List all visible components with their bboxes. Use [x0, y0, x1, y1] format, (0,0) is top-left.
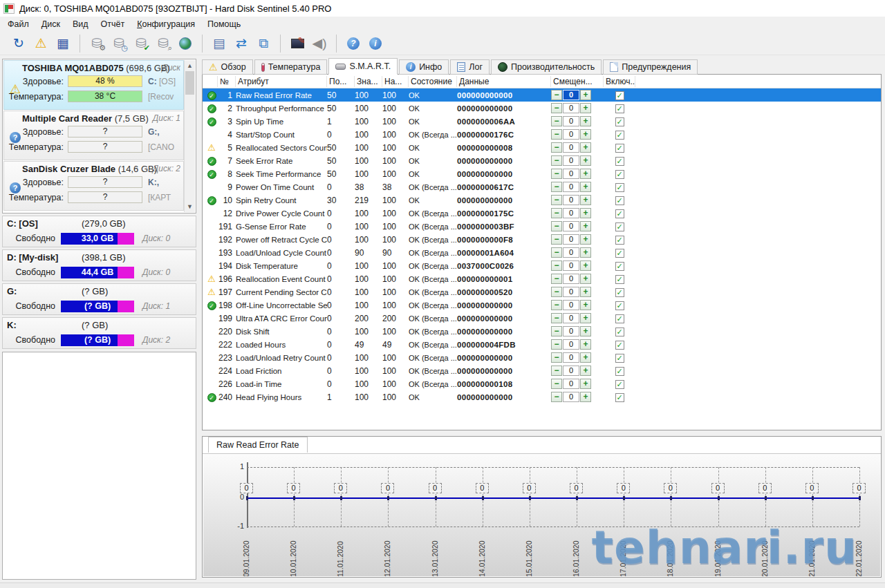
- offset-increase-button[interactable]: +: [580, 379, 591, 389]
- table-row[interactable]: 220Disk Shift0100100OK (Всегда ...000000…: [203, 325, 881, 338]
- offset-increase-button[interactable]: +: [580, 300, 591, 310]
- offset-value[interactable]: 0: [563, 90, 579, 100]
- tab-температура[interactable]: Температура: [254, 59, 328, 75]
- enabled-checkbox[interactable]: ✓: [615, 367, 624, 376]
- offset-increase-button[interactable]: +: [580, 195, 591, 205]
- offset-increase-button[interactable]: +: [580, 234, 591, 245]
- remote-control-icon[interactable]: ✎: [286, 34, 308, 53]
- column-header[interactable]: По...: [327, 76, 355, 87]
- offset-decrease-button[interactable]: −: [551, 116, 562, 126]
- offset-value[interactable]: 0: [563, 300, 579, 310]
- offset-decrease-button[interactable]: −: [551, 142, 562, 153]
- offset-decrease-button[interactable]: −: [551, 352, 562, 363]
- menu-item-помощь[interactable]: Помощь: [201, 17, 247, 31]
- table-row[interactable]: 199Ultra ATA CRC Error Count0200200OK (В…: [203, 312, 881, 325]
- partition-card[interactable]: C: [OS](279,0 GB)Свободно33,0 GBДиск: 0: [2, 216, 196, 247]
- enabled-checkbox[interactable]: ✓: [615, 262, 624, 271]
- enabled-checkbox[interactable]: ✓: [615, 288, 624, 297]
- offset-increase-button[interactable]: +: [580, 339, 591, 350]
- scroll-up-icon[interactable]: ▲: [185, 60, 195, 71]
- offset-decrease-button[interactable]: −: [551, 129, 562, 140]
- table-row[interactable]: 193Load/Unload Cycle Count09090OK (Всегд…: [203, 246, 881, 259]
- tab-предупреждения[interactable]: Предупреждения: [603, 59, 698, 75]
- offset-value[interactable]: 0: [563, 247, 579, 258]
- offset-value[interactable]: 0: [563, 155, 579, 166]
- offset-increase-button[interactable]: +: [580, 103, 591, 113]
- offset-value[interactable]: 0: [563, 221, 579, 231]
- offset-decrease-button[interactable]: −: [551, 234, 562, 245]
- menu-item-файл[interactable]: Файл: [1, 17, 35, 31]
- offset-increase-button[interactable]: +: [580, 274, 591, 284]
- column-header[interactable]: Атрибут: [236, 76, 327, 87]
- offset-increase-button[interactable]: +: [580, 90, 591, 100]
- offset-value[interactable]: 0: [563, 169, 579, 179]
- table-row[interactable]: ✓7Seek Error Rate50100100OK000000000000−…: [203, 154, 881, 167]
- offset-decrease-button[interactable]: −: [551, 379, 562, 389]
- table-row[interactable]: 224Load Friction0100100OK (Всегда ...000…: [203, 364, 881, 377]
- disk-accept-icon[interactable]: ⛁✔: [130, 34, 152, 53]
- table-row[interactable]: 223Load/Unload Retry Count0100100OK (Все…: [203, 351, 881, 364]
- offset-increase-button[interactable]: +: [580, 182, 591, 192]
- table-row[interactable]: ⚠197Current Pending Sector C...0100100OK…: [203, 285, 881, 298]
- enabled-checkbox[interactable]: ✓: [615, 328, 624, 336]
- enabled-checkbox[interactable]: ✓: [615, 301, 624, 310]
- table-row[interactable]: 9Power On Time Count03838OK (Всегда ...0…: [203, 180, 881, 193]
- offset-value[interactable]: 0: [563, 208, 579, 218]
- disk-card[interactable]: ДискTOSHIBA MQ01ABD075 (698,6 GB)⚠Здоров…: [3, 60, 184, 110]
- enabled-checkbox[interactable]: ✓: [615, 249, 624, 258]
- table-row[interactable]: 12Drive Power Cycle Count0100100OK (Всег…: [203, 207, 881, 220]
- offset-increase-button[interactable]: +: [580, 326, 591, 336]
- offset-value[interactable]: 0: [563, 129, 579, 140]
- enabled-checkbox[interactable]: ✓: [615, 380, 624, 389]
- table-row[interactable]: 4Start/Stop Count0100100OK (Всегда ...00…: [203, 128, 881, 141]
- enabled-checkbox[interactable]: ✓: [615, 131, 624, 140]
- disk-list-scrollbar[interactable]: ▲ ▼: [184, 60, 195, 212]
- partition-card[interactable]: K:(? GB)Свободно(? GB)Диск: 2: [2, 317, 196, 349]
- offset-value[interactable]: 0: [563, 116, 579, 126]
- offset-decrease-button[interactable]: −: [551, 392, 562, 402]
- enabled-checkbox[interactable]: ✓: [615, 117, 624, 126]
- table-row[interactable]: ⚠196Reallocation Event Count0100100OK (В…: [203, 272, 881, 285]
- offset-decrease-button[interactable]: −: [551, 247, 562, 258]
- offset-decrease-button[interactable]: −: [551, 274, 562, 284]
- offset-decrease-button[interactable]: −: [551, 103, 562, 113]
- partition-card[interactable]: D: [My-disk](398,1 GB)Свободно44,4 GBДис…: [2, 249, 196, 281]
- offset-decrease-button[interactable]: −: [551, 313, 562, 323]
- column-header[interactable]: Зна...: [355, 76, 382, 87]
- enabled-checkbox[interactable]: ✓: [615, 275, 624, 284]
- offset-increase-button[interactable]: +: [580, 287, 591, 297]
- sync-icon[interactable]: ⇄: [230, 34, 252, 53]
- offset-value[interactable]: 0: [563, 366, 579, 376]
- column-header[interactable]: Состояние: [409, 76, 457, 87]
- offset-value[interactable]: 0: [563, 287, 579, 297]
- offset-value[interactable]: 0: [563, 326, 579, 336]
- offset-value[interactable]: 0: [563, 313, 579, 323]
- table-row[interactable]: ✓10Spin Retry Count30219100OK00000000000…: [203, 193, 881, 207]
- offset-decrease-button[interactable]: −: [551, 287, 562, 297]
- offset-decrease-button[interactable]: −: [551, 182, 562, 192]
- table-row[interactable]: ⚠5Reallocated Sectors Count50100100OK000…: [203, 141, 881, 154]
- enabled-checkbox[interactable]: ✓: [615, 170, 624, 179]
- table-row[interactable]: 192Power off Retract Cycle C...0100100OK…: [203, 233, 881, 246]
- offset-increase-button[interactable]: +: [580, 247, 591, 258]
- offset-value[interactable]: 0: [563, 392, 579, 402]
- offset-increase-button[interactable]: +: [580, 260, 591, 271]
- refresh-icon[interactable]: ↻: [8, 34, 30, 53]
- info-icon[interactable]: i: [364, 34, 386, 53]
- offset-value[interactable]: 0: [563, 339, 579, 350]
- help-icon[interactable]: ?: [342, 34, 364, 53]
- offset-increase-button[interactable]: +: [580, 221, 591, 231]
- tab-s.m.a.r.t.[interactable]: S.M.A.R.T.: [328, 58, 398, 75]
- menu-item-вид[interactable]: Вид: [66, 17, 95, 31]
- table-row[interactable]: 194Disk Temperature0100100OK (Всегда ...…: [203, 259, 881, 272]
- enabled-checkbox[interactable]: ✓: [615, 196, 624, 205]
- offset-increase-button[interactable]: +: [580, 392, 591, 402]
- offset-value[interactable]: 0: [563, 234, 579, 245]
- tab-инфо[interactable]: iИнфо: [399, 59, 449, 75]
- network-disk-icon[interactable]: [174, 34, 196, 53]
- offset-decrease-button[interactable]: −: [551, 208, 562, 218]
- offset-increase-button[interactable]: +: [580, 313, 591, 323]
- offset-decrease-button[interactable]: −: [551, 90, 562, 100]
- offset-value[interactable]: 0: [563, 379, 579, 389]
- offset-value[interactable]: 0: [563, 103, 579, 113]
